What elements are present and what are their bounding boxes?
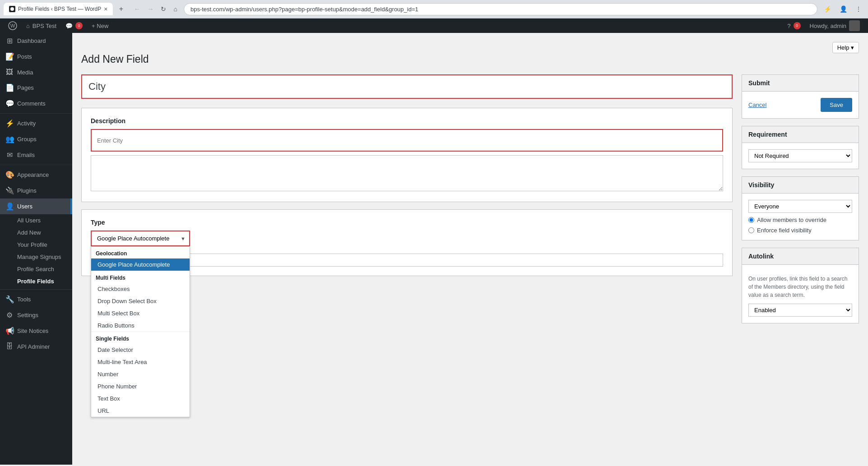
sidebar-item-settings[interactable]: ⚙ Settings — [0, 307, 72, 323]
allow-override-radio[interactable] — [748, 217, 754, 223]
tools-icon: 🔧 — [5, 295, 14, 304]
home-button[interactable]: ⌂ — [171, 4, 180, 14]
submit-box: Submit Cancel Save — [742, 74, 859, 119]
dropdown-item-checkboxes[interactable]: Checkboxes — [91, 283, 190, 295]
sidebar-item-media[interactable]: 🖼 Media — [0, 65, 72, 80]
sidebar-item-tools[interactable]: 🔧 Tools — [0, 291, 72, 307]
page-title: Add New Field — [81, 53, 859, 65]
submenu-manage-signups[interactable]: Manage Signups — [0, 251, 72, 263]
api-adminer-icon: 🗄 — [5, 342, 14, 351]
visibility-box-content: Everyone All Members My Friends Only Onl… — [742, 194, 859, 240]
api-key-input[interactable] — [100, 254, 723, 267]
submenu-all-users[interactable]: All Users — [0, 214, 72, 226]
refresh-button[interactable]: ↻ — [158, 4, 169, 14]
type-dropdown[interactable]: Google Place Autocomplete — [91, 231, 190, 246]
submenu-profile-search[interactable]: Profile Search — [0, 263, 72, 275]
dropdown-item-radio[interactable]: Radio Buttons — [91, 319, 190, 332]
dropdown-item-number[interactable]: Number — [91, 368, 190, 380]
svg-text:W: W — [10, 23, 15, 28]
wp-logo-item[interactable]: W — [4, 18, 22, 33]
sidebar-item-groups[interactable]: 👥 Groups — [0, 131, 72, 147]
separator-3 — [0, 289, 72, 290]
browser-nav: ← → ↻ ⌂ — [131, 4, 180, 14]
activity-icon: ⚡ — [5, 119, 14, 128]
submit-box-title: Submit — [742, 75, 859, 92]
enforce-visibility-row: Enforce field visibility — [748, 227, 852, 234]
sidebar-label-emails: Emails — [17, 152, 35, 158]
site-name-item[interactable]: ⌂ BPS Test — [22, 18, 61, 33]
visibility-box: Visibility Everyone All Members My Frien… — [742, 176, 859, 240]
new-tab-button[interactable]: + — [115, 3, 127, 15]
svg-point-0 — [10, 7, 14, 11]
sidebar-item-dashboard[interactable]: ⊞ Dashboard — [0, 33, 72, 49]
submenu-your-profile[interactable]: Your Profile — [0, 239, 72, 251]
new-item[interactable]: + New — [87, 18, 113, 33]
account-button[interactable]: 👤 — [837, 4, 850, 14]
wp-admin-bar: W ⌂ BPS Test 💬 0 + New ? 0 Howdy, admin — [0, 18, 868, 33]
main-left: Description Type Google Place Autocomple… — [81, 74, 733, 331]
description-input[interactable] — [91, 129, 723, 152]
enforce-visibility-radio[interactable] — [748, 227, 754, 233]
sidebar-label-site-notices: Site Notices — [17, 328, 48, 334]
howdy-item[interactable]: Howdy, admin — [805, 18, 864, 33]
sidebar-item-users[interactable]: 👤 Users — [0, 198, 72, 214]
site-notices-icon: 📢 — [5, 327, 14, 335]
admin-bar-right: ? 0 Howdy, admin — [783, 18, 864, 33]
autolink-select[interactable]: Enabled Disabled — [748, 304, 852, 317]
autolink-description: On user profiles, link this field to a s… — [748, 275, 852, 299]
browser-chrome: Profile Fields ‹ BPS Test — WordP × + ← … — [0, 0, 868, 18]
sidebar-item-site-notices[interactable]: 📢 Site Notices — [0, 323, 72, 339]
help-button[interactable]: Help ▾ — [832, 42, 859, 53]
dropdown-item-multi-select[interactable]: Multi Select Box — [91, 307, 190, 319]
wp-layout: ⊞ Dashboard 📝 Posts 🖼 Media 📄 Pages 💬 Co… — [0, 33, 868, 465]
url-bar[interactable] — [184, 3, 817, 15]
save-button[interactable]: Save — [821, 98, 852, 112]
forward-button[interactable]: → — [144, 4, 156, 14]
sidebar-item-comments[interactable]: 💬 Comments — [0, 96, 72, 111]
visibility-select[interactable]: Everyone All Members My Friends Only Onl… — [748, 200, 852, 213]
sidebar-label-settings: Settings — [17, 312, 38, 318]
users-icon: 👤 — [5, 202, 14, 211]
submenu-profile-fields[interactable]: Profile Fields — [0, 275, 72, 287]
dropdown-item-multiline[interactable]: Multi-line Text Area — [91, 356, 190, 368]
sidebar-item-posts[interactable]: 📝 Posts — [0, 49, 72, 65]
type-section: Type Google Place Autocomplete ▼ Geoloca… — [81, 209, 733, 276]
autolink-box-title: Autolink — [742, 248, 859, 265]
sidebar-item-activity[interactable]: ⚡ Activity — [0, 115, 72, 131]
sidebar-item-emails[interactable]: ✉ Emails — [0, 147, 72, 163]
requirement-select[interactable]: Not Required Required — [748, 149, 852, 162]
sidebar-item-api-adminer[interactable]: 🗄 API Adminer — [0, 339, 72, 354]
extensions-button[interactable]: ⚡ — [821, 4, 834, 14]
sidebar-item-pages[interactable]: 📄 Pages — [0, 80, 72, 96]
dashboard-icon: ⊞ — [5, 37, 14, 45]
sidebar-item-plugins[interactable]: 🔌 Plugins — [0, 183, 72, 198]
plugins-icon: 🔌 — [5, 186, 14, 195]
submit-box-content: Cancel Save — [742, 92, 859, 118]
users-submenu: All Users Add New Your Profile Manage Si… — [0, 214, 72, 287]
dropdown-item-url[interactable]: URL — [91, 405, 190, 417]
dropdown-item-google[interactable]: Google Place Autocomplete — [91, 258, 190, 271]
submenu-add-new[interactable]: Add New — [0, 226, 72, 239]
back-button[interactable]: ← — [131, 4, 143, 14]
help-badge: 0 — [794, 22, 801, 29]
sidebar-item-appearance[interactable]: 🎨 Appearance — [0, 167, 72, 183]
dropdown-item-date[interactable]: Date Selector — [91, 344, 190, 356]
comments-badge: 0 — [75, 22, 83, 29]
field-name-input[interactable] — [81, 74, 733, 99]
sidebar-label-posts: Posts — [17, 53, 32, 60]
wp-sidebar: ⊞ Dashboard 📝 Posts 🖼 Media 📄 Pages 💬 Co… — [0, 33, 72, 465]
comments-item[interactable]: 💬 0 — [61, 18, 87, 33]
dropdown-item-dropdown-select[interactable]: Drop Down Select Box — [91, 295, 190, 307]
type-dropdown-wrapper: Google Place Autocomplete ▼ Geolocation … — [91, 231, 190, 246]
active-tab[interactable]: Profile Fields ‹ BPS Test — WordP × — [4, 3, 113, 15]
type-dropdown-menu: Geolocation Google Place Autocomplete Mu… — [91, 246, 190, 417]
dropdown-item-phone[interactable]: Phone Number — [91, 380, 190, 392]
dropdown-item-textbox[interactable]: Text Box — [91, 392, 190, 405]
wp-main: Help ▾ Add New Field Description Type — [72, 33, 868, 465]
description-textarea[interactable] — [91, 155, 723, 191]
help-icon-item[interactable]: ? 0 — [783, 18, 805, 33]
tab-close-icon[interactable]: × — [104, 5, 107, 13]
cancel-button[interactable]: Cancel — [748, 102, 766, 108]
menu-button[interactable]: ⋮ — [853, 4, 864, 14]
groups-icon: 👥 — [5, 135, 14, 143]
